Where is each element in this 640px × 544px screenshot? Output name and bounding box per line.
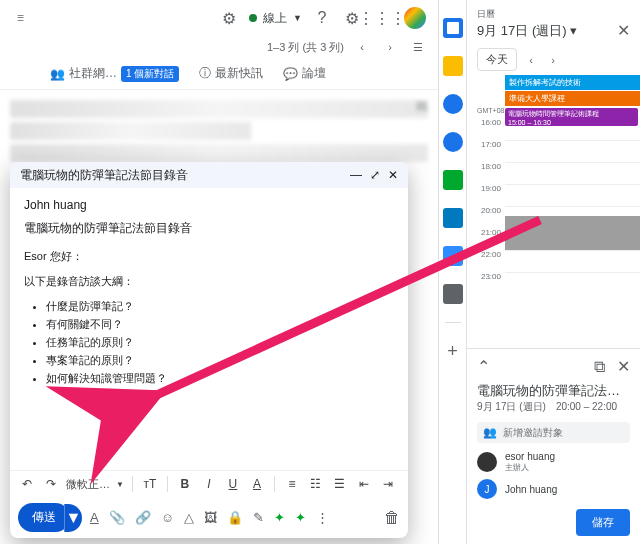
- keep-app-icon[interactable]: [443, 56, 463, 76]
- attach-icon[interactable]: 📎: [109, 510, 125, 525]
- minimize-icon[interactable]: —: [350, 168, 362, 182]
- calendar-panel: 日曆 9月 17日 (週日) ▾ ✕ 今天 ‹ › 製作拆解考試的技術 準備大人…: [466, 0, 640, 544]
- email-row[interactable]: 31: [10, 100, 428, 118]
- guest-row: J John huang: [477, 479, 630, 499]
- online-dot-icon: [249, 14, 257, 22]
- zoom-app-icon[interactable]: [443, 246, 463, 266]
- drive-icon[interactable]: △: [184, 510, 194, 525]
- redo-icon[interactable]: ↷: [42, 475, 60, 493]
- collapse-icon[interactable]: ⌃: [477, 357, 490, 376]
- font-size-icon[interactable]: тT: [141, 475, 159, 493]
- trello-app-icon[interactable]: [443, 208, 463, 228]
- avatar: J: [477, 479, 497, 499]
- chat-icon: 💬: [283, 67, 298, 81]
- popout-icon[interactable]: ⤢: [370, 168, 380, 182]
- tab-forums[interactable]: 💬 論壇: [283, 65, 326, 82]
- timed-event-selected[interactable]: [505, 216, 640, 250]
- hour-label: 20:00: [467, 206, 505, 215]
- email-row[interactable]: [10, 122, 251, 140]
- list-item: 任務筆記的原則？: [46, 335, 394, 350]
- info-icon: ⓘ: [199, 65, 211, 82]
- close-panel-icon[interactable]: ✕: [617, 21, 630, 40]
- prev-page-icon[interactable]: ‹: [352, 37, 372, 57]
- tab-label: 最新快訊: [215, 65, 263, 82]
- calendar-app-icon[interactable]: [443, 18, 463, 38]
- event-title: 電腦玩物的防彈筆記法節目…: [477, 382, 630, 400]
- align-icon[interactable]: ≡: [283, 475, 301, 493]
- people-icon: 👥: [483, 426, 497, 439]
- people-icon: 👥: [50, 67, 65, 81]
- prev-day-icon[interactable]: ‹: [523, 52, 539, 68]
- underline-icon[interactable]: U: [224, 475, 242, 493]
- compose-body[interactable]: John huang 電腦玩物的防彈筆記法節目錄音 Esor 您好： 以下是錄音…: [10, 188, 408, 470]
- tab-updates[interactable]: ⓘ 最新快訊: [199, 65, 263, 82]
- font-picker[interactable]: 微軟正…: [66, 477, 110, 492]
- count: 31: [416, 100, 428, 112]
- lock-icon[interactable]: 🔒: [227, 510, 243, 525]
- send-bar: 傳送 ▼ A 📎 🔗 ☺ △ 🖼 🔒 ✎ ✦ ✦ ⋮ 🗑: [10, 497, 408, 538]
- next-page-icon[interactable]: ›: [380, 37, 400, 57]
- hour-label: 22:00: [467, 250, 505, 259]
- compose-window: 電腦玩物的防彈筆記法節目錄音 — ⤢ ✕ John huang 電腦玩物的防彈筆…: [10, 162, 408, 538]
- settings-slider-icon[interactable]: ⚙: [219, 8, 239, 28]
- calendar-grid[interactable]: 電腦玩物時間管理筆記術課程 15:00 – 16:30 16:00 17:00 …: [467, 118, 640, 308]
- send-options[interactable]: ▼: [64, 504, 82, 532]
- today-button[interactable]: 今天: [477, 48, 517, 71]
- greeting-text: Esor 您好：: [24, 249, 394, 264]
- evernote2-icon[interactable]: ✦: [295, 510, 306, 525]
- numbered-list-icon[interactable]: ☷: [307, 475, 325, 493]
- close-card-icon[interactable]: ✕: [617, 358, 630, 375]
- send-button[interactable]: 傳送: [18, 503, 70, 532]
- open-external-icon[interactable]: ⧉: [594, 358, 605, 375]
- tab-social[interactable]: 👥 社群網… 1 個新對話: [50, 65, 179, 82]
- avatar: [477, 452, 497, 472]
- menu-icon[interactable]: ☰: [10, 8, 30, 28]
- guest-input[interactable]: 👥: [477, 422, 630, 443]
- timed-event[interactable]: 電腦玩物時間管理筆記術課程 15:00 – 16:30: [505, 108, 638, 126]
- recorder-app-icon[interactable]: [443, 284, 463, 304]
- bold-icon[interactable]: B: [176, 475, 194, 493]
- compose-header: 電腦玩物的防彈筆記法節目錄音 — ⤢ ✕: [10, 162, 408, 188]
- density-icon[interactable]: ☰: [408, 37, 428, 57]
- avatar[interactable]: [402, 5, 428, 31]
- chevron-down-icon[interactable]: ▼: [116, 480, 124, 489]
- link-icon[interactable]: 🔗: [135, 510, 151, 525]
- undo-icon[interactable]: ↶: [18, 475, 36, 493]
- online-label: 線上: [263, 10, 287, 27]
- compose-to[interactable]: John huang: [24, 198, 394, 212]
- tasks-app-icon[interactable]: [443, 94, 463, 114]
- cal-date[interactable]: 9月 17日 (週日) ▾: [477, 22, 577, 40]
- more-icon[interactable]: ⋮: [316, 510, 329, 525]
- evernote-app-icon[interactable]: [443, 170, 463, 190]
- emoji-icon[interactable]: ☺: [161, 510, 174, 525]
- hour-label: 17:00: [467, 140, 505, 149]
- italic-icon[interactable]: I: [200, 475, 218, 493]
- contacts-app-icon[interactable]: [443, 132, 463, 152]
- bulleted-list-icon[interactable]: ☰: [331, 475, 349, 493]
- allday-event[interactable]: 製作拆解考試的技術: [505, 75, 640, 90]
- text-color-icon[interactable]: A: [248, 475, 266, 493]
- help-icon[interactable]: ?: [312, 8, 332, 28]
- indent-icon[interactable]: ⇥: [379, 475, 397, 493]
- person-name: John huang: [505, 484, 557, 495]
- trash-icon[interactable]: 🗑: [384, 509, 400, 527]
- text-format-icon[interactable]: A: [90, 510, 99, 525]
- next-day-icon[interactable]: ›: [545, 52, 561, 68]
- pagination-label: 1–3 列 (共 3 列): [267, 40, 344, 55]
- pen-icon[interactable]: ✎: [253, 510, 264, 525]
- allday-event[interactable]: 準備大人學課程: [505, 91, 640, 106]
- apps-grid-icon[interactable]: ⋮⋮⋮: [372, 8, 392, 28]
- outdent-icon[interactable]: ⇤: [355, 475, 373, 493]
- image-icon[interactable]: 🖼: [204, 510, 217, 525]
- email-row[interactable]: [10, 144, 428, 162]
- hour-label: 21:00: [467, 228, 505, 237]
- bullet-list: 什麼是防彈筆記？ 有何關鍵不同？ 任務筆記的原則？ 專案筆記的原則？ 如何解決知…: [24, 299, 394, 386]
- guest-field[interactable]: [503, 427, 630, 438]
- save-button[interactable]: 儲存: [576, 509, 630, 536]
- online-status[interactable]: 線上 ▼: [249, 10, 302, 27]
- evernote-icon[interactable]: ✦: [274, 510, 285, 525]
- add-addon-icon[interactable]: +: [447, 341, 458, 362]
- close-icon[interactable]: ✕: [388, 168, 398, 182]
- compose-subject[interactable]: 電腦玩物的防彈筆記法節目錄音: [24, 220, 394, 237]
- outline-intro: 以下是錄音訪談大綱：: [24, 274, 394, 289]
